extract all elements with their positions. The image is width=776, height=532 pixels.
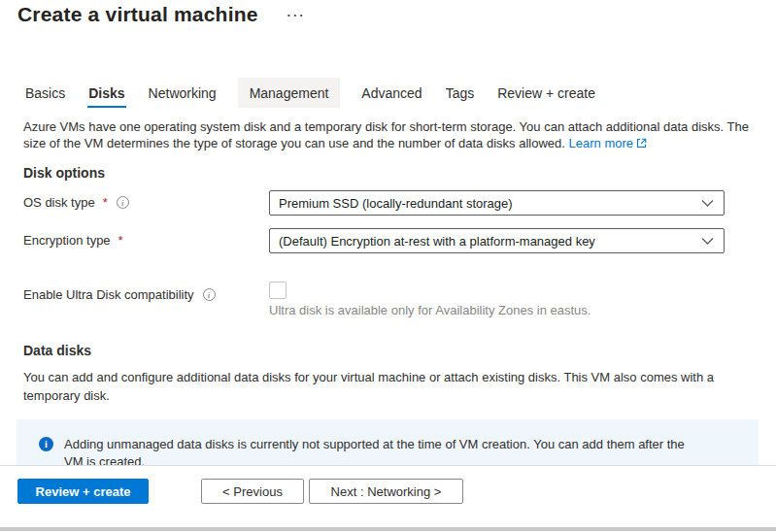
tab-basics[interactable]: Basics bbox=[23, 78, 67, 108]
encryption-type-dropdown[interactable]: (Default) Encryption at-rest with a plat… bbox=[269, 228, 725, 253]
page-title: Create a virtual machine bbox=[17, 3, 258, 26]
info-icon[interactable]: i bbox=[117, 196, 129, 209]
required-marker: * bbox=[118, 233, 123, 248]
tab-tags[interactable]: Tags bbox=[444, 78, 477, 108]
wizard-tabs: Basics Disks Networking Management Advan… bbox=[23, 78, 597, 108]
tab-review-create[interactable]: Review + create bbox=[495, 78, 597, 108]
ultra-disk-helper-text: Ultra disk is available only for Availab… bbox=[269, 303, 590, 317]
ultra-disk-label: Enable Ultra Disk compatibilityi bbox=[23, 287, 216, 302]
disks-tab-description: Azure VMs have one operating system disk… bbox=[23, 118, 759, 152]
bottom-scrollbar-track[interactable] bbox=[0, 527, 776, 531]
external-link-icon bbox=[636, 136, 647, 152]
os-disk-type-label: OS disk type*i bbox=[23, 195, 129, 210]
learn-more-label: Learn more bbox=[569, 136, 633, 150]
os-disk-type-label-text: OS disk type bbox=[23, 195, 95, 210]
create-vm-page: Create a virtual machine ··· Basics Disk… bbox=[0, 0, 776, 532]
learn-more-link[interactable]: Learn more bbox=[569, 136, 647, 150]
previous-button[interactable]: < Previous bbox=[201, 479, 304, 504]
data-disks-heading: Data disks bbox=[23, 343, 91, 358]
review-create-button[interactable]: Review + create bbox=[17, 479, 149, 504]
info-filled-icon: i bbox=[39, 437, 53, 451]
info-icon[interactable]: i bbox=[203, 288, 216, 301]
data-disks-description: You can add and configure additional dat… bbox=[23, 368, 737, 405]
encryption-type-value: (Default) Encryption at-rest with a plat… bbox=[279, 234, 595, 249]
disk-options-heading: Disk options bbox=[23, 165, 105, 181]
os-disk-type-dropdown[interactable]: Premium SSD (locally-redundant storage) bbox=[269, 190, 725, 216]
chevron-down-icon bbox=[701, 237, 714, 246]
wizard-footer: Review + create < Previous Next : Networ… bbox=[0, 465, 776, 527]
ultra-disk-label-text: Enable Ultra Disk compatibility bbox=[23, 287, 194, 302]
tab-advanced[interactable]: Advanced bbox=[359, 78, 423, 108]
tab-disks[interactable]: Disks bbox=[86, 78, 126, 108]
tab-networking[interactable]: Networking bbox=[147, 78, 219, 108]
page-header: Create a virtual machine ··· bbox=[17, 3, 306, 26]
required-marker: * bbox=[103, 195, 108, 210]
more-options-icon[interactable]: ··· bbox=[287, 8, 306, 22]
ultra-disk-checkbox[interactable] bbox=[269, 282, 287, 299]
next-networking-button[interactable]: Next : Networking > bbox=[309, 479, 463, 504]
tab-management[interactable]: Management bbox=[238, 78, 341, 108]
encryption-type-label-text: Encryption type bbox=[23, 233, 111, 248]
encryption-type-label: Encryption type* bbox=[23, 233, 123, 248]
chevron-down-icon bbox=[701, 199, 714, 208]
os-disk-type-value: Premium SSD (locally-redundant storage) bbox=[279, 196, 513, 211]
